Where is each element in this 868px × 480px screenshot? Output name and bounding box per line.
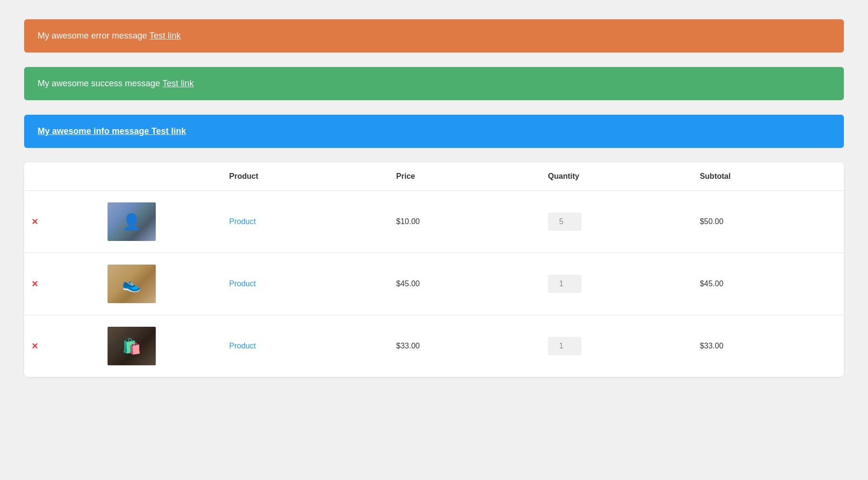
col-header-quantity: Quantity [540,162,692,191]
success-alert-text: My awesome success message [38,79,163,88]
remove-cell-3: × [24,315,100,377]
info-alert-link[interactable]: My awesome info message Test link [38,126,186,136]
col-header-image [100,162,221,191]
remove-cell-2: × [24,253,100,315]
info-alert-text: My awesome info message [38,126,151,136]
price-cell-1: $10.00 [389,191,541,253]
error-alert-link[interactable]: Test link [149,31,181,40]
table-row: × Product $10.00 $50.00 [24,191,844,253]
table-row: × Product $45.00 $45.00 [24,253,844,315]
remove-button-2[interactable]: × [32,279,38,289]
info-alert: My awesome info message Test link [24,115,844,148]
error-alert-text: My awesome error message [38,31,149,40]
product-link-2[interactable]: Product [229,280,256,288]
product-cell-1: Product [221,191,388,253]
image-cell-3 [100,315,221,377]
success-alert-link[interactable]: Test link [163,79,194,88]
product-cell-3: Product [221,315,388,377]
error-alert: My awesome error message Test link [24,19,844,53]
product-cell-2: Product [221,253,388,315]
product-image-2 [108,265,156,303]
image-cell-1 [100,191,221,253]
remove-button-3[interactable]: × [32,341,38,351]
product-image-1 [108,202,156,241]
product-link-1[interactable]: Product [229,217,256,226]
remove-button-1[interactable]: × [32,216,38,227]
quantity-input-1[interactable] [548,213,582,231]
quantity-input-2[interactable] [548,275,582,293]
col-header-product: Product [221,162,388,191]
product-link-3[interactable]: Product [229,342,256,350]
price-cell-3: $33.00 [389,315,541,377]
product-image-3 [108,327,156,365]
quantity-cell-1 [540,191,692,253]
subtotal-cell-3: $33.00 [692,315,844,377]
image-cell-2 [100,253,221,315]
col-header-remove [24,162,100,191]
subtotal-cell-1: $50.00 [692,191,844,253]
quantity-cell-2 [540,253,692,315]
subtotal-cell-2: $45.00 [692,253,844,315]
remove-cell-1: × [24,191,100,253]
success-alert: My awesome success message Test link [24,67,844,100]
cart-table-container: Product Price Quantity Subtotal × Produc… [24,162,844,377]
quantity-cell-3 [540,315,692,377]
table-row: × Product $33.00 $33.00 [24,315,844,377]
quantity-input-3[interactable] [548,337,582,355]
info-alert-link-text: Test link [151,126,186,136]
price-cell-2: $45.00 [389,253,541,315]
col-header-subtotal: Subtotal [692,162,844,191]
col-header-price: Price [389,162,541,191]
cart-table: Product Price Quantity Subtotal × Produc… [24,162,844,377]
table-header-row: Product Price Quantity Subtotal [24,162,844,191]
